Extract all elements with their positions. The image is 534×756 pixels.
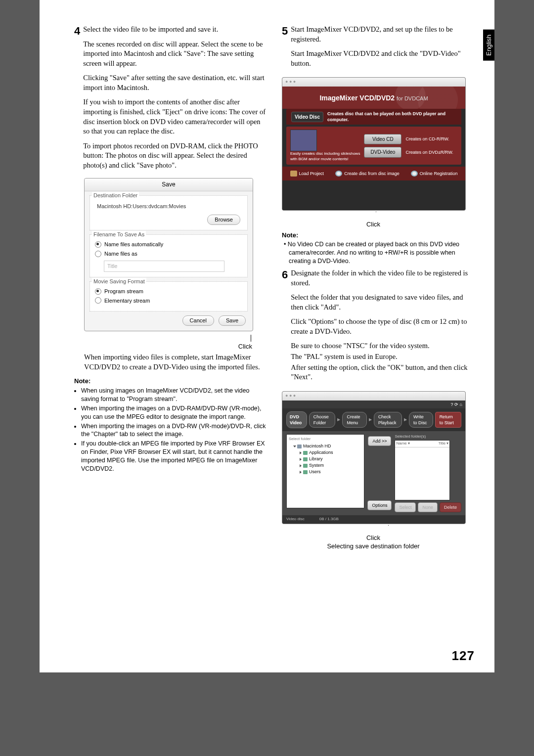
step-lead: Start ImageMixer VCD/DVD2, and set up th… [291,25,475,44]
online-registration-link[interactable]: Online Registration [411,171,458,177]
load-project-link[interactable]: Load Project [290,171,324,177]
callout-line [251,335,251,342]
radio-program-stream[interactable]: Program stream [95,288,242,295]
video-cd-button[interactable]: Video CD [364,134,401,145]
step-choose-folder[interactable]: Choose Folder [309,412,336,428]
destination-folder-group: Destination Folder Macintosh HD:Users:dv… [89,195,248,231]
app-logo: ImageMixer VCD/DVD2 for DVDCAM [282,93,465,103]
filename-group: Filename To Save As Name files automatic… [89,234,248,277]
disc-icon [411,171,418,177]
radio-icon [95,297,101,304]
tree-node[interactable]: Users [309,469,321,474]
body-text: After setting the option, click the "OK"… [291,363,475,382]
tree-node[interactable]: Library [309,456,323,461]
step-write-disc[interactable]: Write to Disc [409,412,433,428]
step-check-playback[interactable]: Check Playback [374,412,402,428]
title-input[interactable]: Title [104,261,224,272]
destination-path: Macintosh HD:Users:dvdcam:Movies [97,203,242,210]
step-create-menu[interactable]: Create Menu [342,412,366,428]
selected-header: Selected folder(s) [395,434,461,440]
body-text: Start ImageMixer VCD/DVD2 and click the … [291,49,475,68]
radio-label: Elementary stream [104,297,150,305]
cancel-button[interactable]: Cancel [182,315,214,326]
step-4: 4 Select the video file to be imported a… [74,25,267,175]
video-disc-desc: Creates disc that can be played on both … [327,111,456,123]
tree-header: Select folder [289,437,362,442]
folder-icon [303,470,308,474]
mac-titlebar: ● ● ● [282,78,465,87]
folder-icon [303,457,308,461]
body-text: The scenes recorded on disc will appear.… [83,40,267,69]
tree-node[interactable]: Applications [309,450,333,455]
none-button[interactable]: None [418,502,438,512]
dvd-video-desc: Creates on DVD±R/RW. [405,149,453,155]
add-button[interactable]: Add >> [368,436,391,446]
create-from-image-link[interactable]: Create disc from disc image [335,171,400,177]
click-caption: Click [282,534,465,542]
step-number: 4 [74,25,80,175]
radio-icon [95,288,101,295]
callout-line [388,525,389,533]
step-lead: Designate the folder in which the video … [291,268,475,288]
wizard-steps-bar: DVD Video Choose Folder▶ Create Menu▶ Ch… [282,408,465,431]
body-text: When importing video files is complete, … [84,353,267,372]
browse-button[interactable]: Browse [207,215,240,225]
step-6: 6 Designate the folder in which the vide… [282,268,475,387]
format-group: Movie Saving Format Program stream Eleme… [89,281,248,312]
click-caption: Click [282,220,465,229]
group-legend: Destination Folder [92,192,139,199]
promo-text: Easily creates disc including slideshows [290,151,360,156]
save-button[interactable]: Save [219,315,246,326]
note-item: When importing the images on a DVD-RAM/D… [81,404,267,421]
return-to-start-button[interactable]: Return to Start [435,412,461,428]
group-legend: Movie Saving Format [92,278,146,285]
radio-label: Name files automatically [104,241,163,248]
radio-icon [95,251,101,257]
mac-titlebar: ● ● ● [282,392,465,400]
status-bar: Video disc 0B / 1.3GB [282,515,465,524]
step-5: 5 Start ImageMixer VCD/DVD2, and set up … [282,25,475,73]
body-text: The "PAL" system is used in Europe. [291,352,475,362]
tree-node[interactable]: System [309,463,324,468]
radio-label: Name files as [104,250,137,258]
step-number: 6 [282,268,288,387]
hd-icon [297,445,302,448]
save-dialog: Save Destination Folder Macintosh HD:Use… [84,178,253,331]
right-column: 5 Start ImageMixer VCD/DVD2, and set up … [282,25,475,551]
radio-icon [95,241,101,248]
body-text: To import photos recorded on DVD-RAM, cl… [83,141,267,171]
video-disc-badge: Video Disc [291,112,323,123]
folder-tree[interactable]: Select folder Macintosh HD Applications … [286,434,364,508]
callout-line [376,212,376,219]
group-legend: Filename To Save As [92,231,146,238]
body-text: If you wish to import the contents of an… [83,97,267,136]
imx-blank-area [282,180,465,210]
radio-elementary-stream[interactable]: Elementary stream [95,297,242,305]
selected-folders-list[interactable]: Name ▾Title ▾ [395,440,450,500]
preview-thumb [290,130,317,151]
body-text: Select the folder that you designated to… [291,293,475,312]
step-lead: Select the video file to be imported and… [83,25,267,35]
tree-node[interactable]: Macintosh HD [303,444,331,448]
note-item: If you double-click an MPEG file importe… [81,440,267,473]
figure-caption: Selecting save destination folder [282,542,465,551]
disc-icon [335,171,342,177]
dvd-video-button[interactable]: DVD-Video [364,147,401,158]
note-item: When using images on ImageMixer VCD/DVD2… [81,387,267,403]
folder-chooser-window: ● ● ● ? ⟳ ⌂ DVD Video Choose Folder▶ Cre… [282,391,466,524]
radio-name-as[interactable]: Name files as [95,250,242,258]
note-heading: Note: [74,377,267,386]
imagemixer-window: ● ● ● ImageMixer VCD/DVD2 for DVDCAM Vid… [282,77,466,211]
promo-text: with BGM and/or movie contents! [290,157,360,162]
folder-icon [303,451,308,455]
select-button[interactable]: Select [395,502,416,512]
folder-icon [303,464,308,468]
delete-button[interactable]: Delete [440,502,461,512]
options-button[interactable]: Options [367,500,392,510]
note-item: • No Video CD can be created or played b… [282,240,475,266]
disc-type-section: Easily creates disc including slideshows… [286,127,461,165]
manual-page: English 4 Select the video file to be im… [40,0,494,672]
radio-name-auto[interactable]: Name files automatically [95,241,242,248]
body-text: Click "Options" to choose the type of di… [291,317,475,336]
language-tab: English [483,30,494,61]
